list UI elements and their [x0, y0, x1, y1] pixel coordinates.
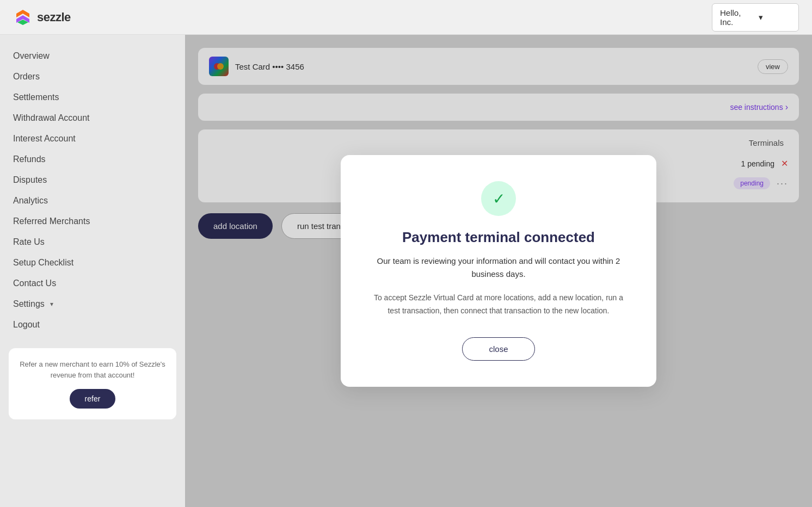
- sidebar-item-settings[interactable]: Settings ▾: [0, 294, 185, 314]
- account-dropdown[interactable]: Hello, Inc. ▾: [712, 3, 799, 32]
- header: sezzle Hello, Inc. ▾: [0, 0, 812, 35]
- modal-body: To accept Sezzle Virtual Card at more lo…: [369, 292, 628, 318]
- sidebar-item-interest-account[interactable]: Interest Account: [0, 128, 185, 149]
- refer-button[interactable]: refer: [70, 389, 116, 409]
- sidebar-item-settlements[interactable]: Settlements: [0, 87, 185, 108]
- sidebar-item-rate-us[interactable]: Rate Us: [0, 232, 185, 252]
- modal-success-icon: ✓: [481, 181, 516, 216]
- sezzle-logo-icon: [13, 8, 33, 27]
- sidebar: Overview Orders Settlements Withdrawal A…: [0, 35, 185, 507]
- sidebar-item-withdrawal-account[interactable]: Withdrawal Account: [0, 108, 185, 128]
- sidebar-item-contact-us[interactable]: Contact Us: [0, 273, 185, 294]
- sidebar-item-disputes[interactable]: Disputes: [0, 170, 185, 190]
- account-label: Hello, Inc.: [720, 8, 752, 27]
- sidebar-item-overview[interactable]: Overview: [0, 46, 185, 66]
- modal: ✓ Payment terminal connected Our team is…: [341, 155, 656, 387]
- settings-chevron-icon: ▾: [50, 300, 53, 308]
- sidebar-item-setup-checklist[interactable]: Setup Checklist: [0, 252, 185, 273]
- modal-title: Payment terminal connected: [369, 229, 628, 246]
- sidebar-item-analytics[interactable]: Analytics: [0, 190, 185, 211]
- sidebar-item-logout[interactable]: Logout: [0, 314, 185, 335]
- modal-overlay: ✓ Payment terminal connected Our team is…: [185, 35, 812, 507]
- referral-text: Refer a new merchant to earn 10% of Sezz…: [20, 359, 165, 380]
- checkmark-icon: ✓: [493, 190, 505, 208]
- sidebar-item-referred-merchants[interactable]: Referred Merchants: [0, 211, 185, 232]
- chevron-down-icon: ▾: [759, 13, 791, 22]
- layout: Overview Orders Settlements Withdrawal A…: [0, 35, 812, 507]
- logo-text: sezzle: [37, 10, 71, 24]
- modal-close-button[interactable]: close: [462, 337, 534, 361]
- referral-card: Refer a new merchant to earn 10% of Sezz…: [9, 348, 176, 419]
- logo: sezzle: [13, 8, 71, 27]
- main-content: Test Card •••• 3456 view see instruction…: [185, 35, 812, 507]
- sidebar-item-orders[interactable]: Orders: [0, 66, 185, 87]
- modal-subtitle: Our team is reviewing your information a…: [369, 255, 628, 281]
- sidebar-item-refunds[interactable]: Refunds: [0, 149, 185, 170]
